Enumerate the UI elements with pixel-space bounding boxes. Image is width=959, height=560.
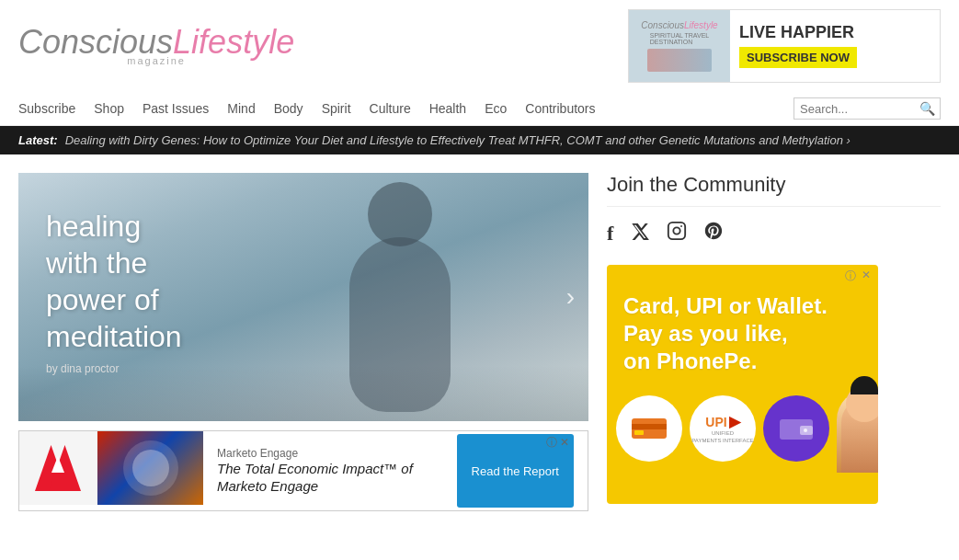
right-sidebar: Join the Community f ⓘ ✕ Card, UPI or Wa… xyxy=(607,173,941,511)
nav-links: Subscribe Shop Past Issues Mind Body Spi… xyxy=(18,92,793,125)
logo[interactable]: ConsciousLifestyle magazine xyxy=(18,26,294,66)
bottom-ad-text-area: Marketo Engage The Total Economic Impact… xyxy=(203,431,434,510)
twitter-icon[interactable] xyxy=(630,222,650,246)
svg-point-5 xyxy=(680,225,682,227)
svg-rect-3 xyxy=(668,223,685,239)
person-figure xyxy=(837,390,878,473)
hero-title: healingwith thepower ofmeditation xyxy=(46,208,182,355)
svg-rect-7 xyxy=(632,424,667,429)
bottom-ad-close[interactable]: ⓘ ✕ xyxy=(546,435,569,451)
slider-next-arrow[interactable]: › xyxy=(566,282,575,312)
nav-past-issues[interactable]: Past Issues xyxy=(143,92,209,125)
nav-mind[interactable]: Mind xyxy=(227,92,255,125)
live-happier-text: LIVE HAPPIER xyxy=(739,24,930,42)
right-ad-bottom: UPI▶ UNIFIEDPAYMENTS INTERFACE xyxy=(607,384,878,462)
ticker-label: Latest: xyxy=(18,133,58,147)
bottom-ad-logo-area xyxy=(19,431,97,505)
top-ad-image: ConsciousLifestyle SPIRITUAL TRAVELDESTI… xyxy=(629,10,730,82)
nav-body[interactable]: Body xyxy=(274,92,303,125)
pinterest-icon[interactable] xyxy=(703,221,724,246)
right-ad-close-icon[interactable]: ✕ xyxy=(862,269,871,284)
upi-logo-circle: UPI▶ UNIFIEDPAYMENTS INTERFACE xyxy=(690,395,756,462)
search-input[interactable] xyxy=(800,102,919,116)
bottom-ad-visual xyxy=(97,431,203,505)
community-title: Join the Community xyxy=(607,173,941,207)
nav-health[interactable]: Health xyxy=(429,92,466,125)
hero-text: healingwith thepower ofmeditation by din… xyxy=(46,208,182,375)
bottom-ad-headline: The Total Economic Impact™ ofMarketo Eng… xyxy=(217,460,420,496)
nav-spirit[interactable]: Spirit xyxy=(322,92,351,125)
top-ad-content: LIVE HAPPIER SUBSCRIBE NOW xyxy=(730,17,940,75)
right-ad-controls: ⓘ ✕ xyxy=(607,265,878,288)
right-ad-headline: Card, UPI or Wallet.Pay as you like,on P… xyxy=(623,292,862,375)
nav-contributors[interactable]: Contributors xyxy=(525,92,595,125)
hero-byline: by dina proctor xyxy=(46,362,182,375)
social-icons: f xyxy=(607,221,941,246)
right-ad-banner[interactable]: ⓘ ✕ Card, UPI or Wallet.Pay as you like,… xyxy=(607,265,878,504)
navigation: Subscribe Shop Past Issues Mind Body Spi… xyxy=(0,92,959,126)
wallet-icon-circle xyxy=(763,395,829,462)
search-area[interactable]: 🔍 xyxy=(793,97,941,120)
nav-shop[interactable]: Shop xyxy=(94,92,124,125)
main-content: healingwith thepower ofmeditation by din… xyxy=(0,154,959,530)
right-ad-info-icon[interactable]: ⓘ xyxy=(845,269,856,284)
wallet-icon xyxy=(780,415,813,442)
hero-slider[interactable]: healingwith thepower ofmeditation by din… xyxy=(18,173,588,421)
bottom-ad-banner[interactable]: ⓘ ✕ Marketo Engage The Total Economic I xyxy=(18,430,588,511)
bottom-ad-brand: Marketo Engage xyxy=(217,447,420,460)
header: ConsciousLifestyle magazine ConsciousLif… xyxy=(0,0,959,92)
news-ticker: Latest: Dealing with Dirty Genes: How to… xyxy=(0,126,959,154)
ticker-text: Dealing with Dirty Genes: How to Optimiz… xyxy=(65,133,851,147)
nav-eco[interactable]: Eco xyxy=(485,92,507,125)
adobe-logo-icon xyxy=(35,445,81,491)
left-column: healingwith thepower ofmeditation by din… xyxy=(18,173,588,511)
svg-rect-8 xyxy=(634,430,644,435)
card-icon-circle xyxy=(616,395,682,462)
top-ad-banner[interactable]: ConsciousLifestyle SPIRITUAL TRAVELDESTI… xyxy=(628,9,941,83)
instagram-icon[interactable] xyxy=(667,221,687,246)
upi-logo: UPI▶ xyxy=(705,413,739,430)
search-icon[interactable]: 🔍 xyxy=(919,101,935,116)
subscribe-now-button[interactable]: SUBSCRIBE NOW xyxy=(739,47,857,68)
svg-point-4 xyxy=(674,227,680,234)
svg-point-11 xyxy=(804,429,807,432)
nav-culture[interactable]: Culture xyxy=(370,92,411,125)
card-icon xyxy=(632,415,667,442)
logo-lifestyle: Lifestyle xyxy=(173,23,294,61)
nav-subscribe[interactable]: Subscribe xyxy=(18,92,75,125)
facebook-icon[interactable]: f xyxy=(607,222,613,246)
right-ad-content: Card, UPI or Wallet.Pay as you like,on P… xyxy=(607,288,878,375)
upi-subtext: UNIFIEDPAYMENTS INTERFACE xyxy=(691,430,753,443)
